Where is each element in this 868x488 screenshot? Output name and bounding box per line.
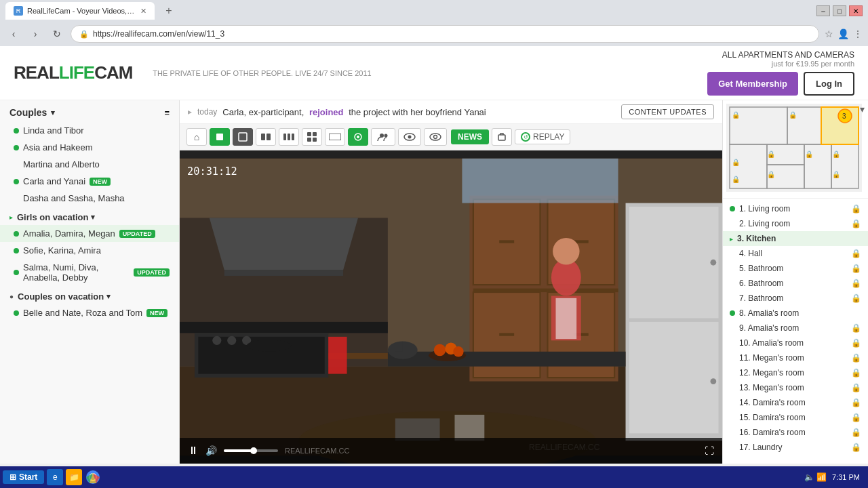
sidebar-item-linda-tibor[interactable]: Linda and Tibor — [0, 122, 179, 139]
bookmark-icon[interactable]: ☆ — [825, 28, 833, 39]
news-button[interactable]: NEWS — [451, 129, 489, 144]
room-name: 17. Laundry — [739, 443, 847, 452]
svg-text:🔒: 🔒 — [767, 150, 776, 159]
windows-icon: ⊞ — [9, 472, 16, 482]
sidebar-item-martina-alberto[interactable]: Martina and Alberto — [0, 156, 179, 173]
room-item-17[interactable]: 17. Laundry 🔒 — [723, 440, 868, 455]
room-item-5[interactable]: 5. Bathroom 🔒 — [723, 261, 868, 276]
floorplan-toggle-icon[interactable]: ▾ — [860, 104, 865, 115]
room-item-12[interactable]: 12. Megan's room 🔒 — [723, 365, 868, 380]
svg-point-29 — [227, 336, 236, 345]
room-item-15[interactable]: 15. Damira's room 🔒 — [723, 410, 868, 425]
room-name: 6. Bathroom — [739, 279, 847, 288]
get-membership-button[interactable]: Get Membership — [707, 72, 798, 96]
notification-bar: ▸ today Carla, ex-participant, rejoined … — [180, 100, 722, 124]
back-button[interactable]: ‹ — [5, 26, 22, 42]
room-item-10[interactable]: 10. Amalia's room 🔒 — [723, 336, 868, 350]
taskbar-right: 🔈 📶 7:31 PM — [804, 472, 865, 482]
notif-after: the project with her boyfriend Yanai — [349, 107, 486, 117]
record-button[interactable] — [210, 128, 230, 146]
taskbar-folder-icon[interactable]: 📁 — [66, 469, 82, 485]
login-button[interactable]: Log In — [804, 72, 854, 96]
room-name: 16. Damira's room — [739, 428, 847, 437]
sidebar-item-amalia-damira-megan[interactable]: Amalia, Damira, Megan UPDATED — [0, 225, 179, 242]
site-header: REALLIFECAM THE PRIVATE LIFE OF OTHER PE… — [0, 46, 868, 100]
updated-badge: UPDATED — [119, 230, 155, 238]
svg-text:🔒: 🔒 — [832, 170, 841, 179]
home-button[interactable]: ⌂ — [186, 128, 207, 146]
video-player-controls: ⏸ 🔊 REALLIFECAM.CC ⛶ — [180, 438, 722, 464]
new-badge: NEW — [146, 309, 167, 317]
room-item-11[interactable]: 11. Megan's room 🔒 — [723, 350, 868, 365]
view-1-button[interactable] — [233, 128, 253, 146]
room-name: 4. Hall — [739, 249, 847, 258]
room-item-9[interactable]: 9. Amalia's room 🔒 — [723, 321, 868, 336]
room-dot-empty — [730, 221, 735, 226]
room-name: 1. Living room — [739, 204, 847, 214]
svg-rect-35 — [629, 207, 719, 318]
browser-tab[interactable]: R RealLifeCam - Voyeur Videos, H... ✕ — [5, 2, 155, 20]
tab-close-icon[interactable]: ✕ — [140, 7, 146, 16]
address-bar[interactable]: 🔒 https://reallifecam.com/en/view/11_3 — [71, 25, 819, 43]
progress-bar[interactable] — [224, 449, 278, 452]
video-controls-bar: ⌂ — [180, 124, 722, 150]
content-updates-button[interactable]: CONTENT UPDATES — [621, 104, 714, 119]
eye-2-button[interactable] — [424, 128, 447, 146]
view-wide-button[interactable] — [325, 128, 345, 146]
reload-button[interactable]: ↻ — [49, 26, 65, 42]
fullscreen-button[interactable]: ⛶ — [705, 445, 714, 456]
room-item-2[interactable]: 2. Living room 🔒 — [723, 216, 868, 231]
view-3-button[interactable] — [279, 128, 299, 146]
lock-icon: 🔒 — [851, 264, 861, 273]
girls-vacation-section-header[interactable]: ▸ Girls on vacation ▾ — [0, 207, 179, 225]
live-button[interactable] — [348, 128, 368, 146]
room-dot-empty — [730, 385, 735, 390]
notification-arrow-icon[interactable]: ▸ — [188, 107, 192, 117]
volume-button[interactable]: 🔊 — [205, 445, 217, 456]
sidebar-item-dasha-sasha[interactable]: Dasha and Sasha, Masha — [0, 190, 179, 207]
forward-button[interactable]: › — [27, 26, 43, 42]
room-item-13[interactable]: 13. Megan's room 🔒 — [723, 380, 868, 395]
svg-rect-36 — [629, 322, 719, 433]
svg-rect-33 — [224, 270, 343, 276]
taskbar-chrome-icon[interactable] — [85, 469, 101, 485]
svg-rect-0 — [216, 134, 223, 140]
sidebar-item-carla-yanai[interactable]: Carla and Yanai NEW — [0, 173, 179, 190]
room-dot-empty — [730, 400, 735, 405]
room-item-3[interactable]: ▸ 3. Kitchen — [723, 231, 868, 246]
room-item-14[interactable]: 14. Damira's room 🔒 — [723, 395, 868, 410]
view-4-button[interactable] — [302, 128, 322, 146]
taskbar-ie-icon[interactable]: e — [47, 469, 63, 485]
couples-vacation-section-header[interactable]: ● Couples on vacation ▾ — [0, 286, 179, 304]
room-item-1[interactable]: 1. Living room 🔒 — [723, 201, 868, 216]
sidebar-item-salma-numi[interactable]: Salma, Numi, Diva, Anabella, Debby UPDAT… — [0, 259, 179, 286]
minimize-button[interactable]: – — [816, 5, 830, 16]
room-item-7[interactable]: 7. Bathroom 🔒 — [723, 291, 868, 306]
sidebar-item-belle-nate[interactable]: Belle and Nate, Roza and Tom NEW — [0, 304, 179, 321]
room-item-16[interactable]: 16. Damira's room 🔒 — [723, 425, 868, 440]
sidebar-item-label: Dasha and Sasha, Masha — [23, 193, 125, 203]
close-button[interactable]: ✕ — [849, 5, 863, 16]
account-icon[interactable]: 👤 — [837, 28, 849, 39]
start-button[interactable]: ⊞ Start — [3, 470, 44, 484]
room-item-4[interactable]: 4. Hall 🔒 — [723, 246, 868, 261]
view-2-button[interactable] — [256, 128, 276, 146]
sidebar-item-asia-hakeem[interactable]: Asia and Hakeem — [0, 139, 179, 156]
users-button[interactable] — [371, 128, 395, 146]
storage-button[interactable] — [492, 128, 512, 146]
room-item-6[interactable]: 6. Bathroom 🔒 — [723, 276, 868, 291]
new-tab-button[interactable]: + — [160, 2, 178, 20]
svg-point-37 — [710, 260, 716, 266]
maximize-button[interactable]: □ — [833, 5, 846, 16]
room-item-8[interactable]: 8. Amalia's room — [723, 306, 868, 321]
right-panel: ▾ — [722, 100, 868, 464]
replay-button[interactable]: ↺ REPLAY — [515, 129, 570, 144]
pause-button[interactable]: ⏸ — [188, 445, 199, 457]
sidebar-menu-icon[interactable]: ≡ — [164, 108, 170, 118]
girls-vacation-label: Girls on vacation — [17, 212, 88, 222]
sidebar-item-sofie-karina-amira[interactable]: Sofie, Karina, Amira — [0, 242, 179, 259]
couples-section-header[interactable]: Couples ▾ ≡ — [0, 100, 179, 122]
eye-button[interactable] — [398, 128, 421, 146]
menu-icon[interactable]: ⋮ — [853, 28, 863, 39]
notif-before: Carla, ex-participant, — [222, 107, 304, 117]
